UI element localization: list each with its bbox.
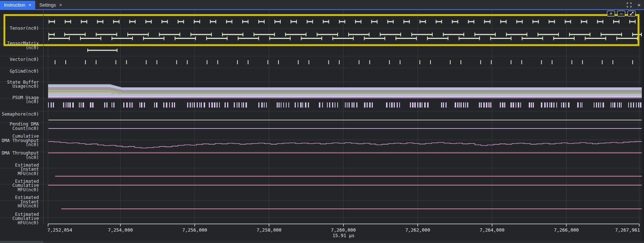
zoom-fit-button[interactable] [627, 11, 636, 17]
tab-settings-label: Settings [39, 3, 56, 8]
row-separators [0, 10, 642, 218]
axis-tick-label: 7,267,961 [615, 227, 640, 233]
axis-tick-label: 7,258,000 [256, 227, 281, 233]
row-label-cumulative-dma-throughput-nc0[interactable]: Cumulative DMA Throughput (nc0) [0, 132, 41, 149]
tab-close-icon[interactable]: × [29, 3, 32, 7]
tab-bar: Instruction × Settings × × [0, 1, 644, 9]
track-estimated-instant-hfu-nc0 [48, 185, 642, 186]
track-pending-dma-count-nc0 [48, 120, 642, 120]
label-column-divider [43, 10, 44, 224]
track-estimated-cumulative-hfu-nc0 [61, 208, 642, 209]
scrollbar-thumb[interactable] [0, 241, 43, 243]
axis-tick-label: 7,252,054 [47, 227, 72, 233]
track-gpsimd-nc0 [55, 60, 633, 64]
axis-tick-label: 7,260,000 [331, 227, 356, 233]
gridlines [43, 10, 640, 224]
track-semaphore-nc0 [48, 102, 641, 108]
maximize-icon[interactable] [626, 2, 632, 8]
window-close-icon[interactable]: × [636, 2, 642, 8]
track-dma-throughput-nc0 [48, 142, 642, 148]
tab-close-icon[interactable]: × [59, 3, 62, 7]
axis-tick-label: 7,264,000 [480, 227, 505, 233]
axis-tick-label: 7,254,000 [108, 227, 133, 233]
duration-label: 15.91 µs [307, 233, 380, 238]
row-label-tensor-nc0[interactable]: Tensor(nc0) [0, 19, 41, 38]
tab-instruction[interactable]: Instruction × [0, 1, 35, 9]
horizontal-scrollbar[interactable] [0, 241, 644, 243]
tab-instruction-label: Instruction [4, 3, 25, 8]
row-label-semaphore-nc0[interactable]: Semaphore(nc0) [0, 108, 41, 121]
track-cumulative-dma-throughput-nc0 [48, 128, 642, 129]
window-controls: × [626, 1, 642, 9]
selection-highlight-box [4, 15, 638, 45]
axis-tick-label: 7,266,000 [554, 227, 579, 233]
row-label-vector-nc0[interactable]: Vector(nc0) [0, 54, 41, 66]
profiler-window: Instruction × Settings × × 7,252,0547,25… [0, 0, 644, 243]
zoom-in-button[interactable]: + [607, 11, 615, 17]
axis-tick-label: 7,262,000 [405, 227, 430, 233]
row-label-estimated-instant-hfu-nc0[interactable]: Estimated Instant HFU(nc0) [0, 194, 41, 210]
row-label-pending-dma-count-nc0[interactable]: Pending DMA Count(nc0) [0, 121, 41, 132]
row-label-tensormatrix-nc0[interactable]: TensorMatrix (nc0) [0, 38, 41, 54]
track-psum-usage-nc0 [48, 84, 642, 98]
track-estimated-cumulative-mfu-nc0 [55, 176, 642, 177]
row-label-state-buffer-usage-nc0[interactable]: State Buffer Usage(nc0) [0, 77, 41, 91]
timeline-chart: 7,252,0547,254,0007,256,0007,258,0007,26… [0, 10, 644, 243]
zoom-controls: + − [607, 11, 636, 17]
track-tensormatrix-nc0 [48, 33, 642, 40]
row-label-gpsimd-nc0[interactable]: GpSimd(nc0) [0, 66, 41, 77]
row-label-psum-usage-nc0[interactable]: PSUM Usage (nc0) [0, 91, 41, 108]
time-axis: 7,252,0547,254,0007,256,0007,258,0007,26… [47, 224, 640, 233]
row-label-dma-throughput-nc0[interactable]: DMA Throughput (nc0) [0, 149, 41, 162]
tab-settings[interactable]: Settings × [35, 1, 66, 9]
track-vector-nc0 [87, 49, 117, 52]
zoom-out-button[interactable]: − [617, 11, 625, 17]
track-estimated-instant-mfu-nc0 [48, 153, 642, 153]
row-label-estimated-instant-mfu-nc0[interactable]: Estimated Instant MFU(nc0) [0, 162, 41, 178]
timeline-plot[interactable]: 7,252,0547,254,0007,256,0007,258,0007,26… [0, 10, 644, 243]
row-label-estimated-cumulative-mfu-nc0[interactable]: Estimated Cumulative MFU(nc0) [0, 178, 41, 194]
track-tensor-nc0 [49, 20, 636, 23]
axis-tick-label: 7,256,000 [182, 227, 207, 233]
row-label-estimated-cumulative-hfu-nc0[interactable]: Estimated Cumulative HFU(nc0) [0, 210, 41, 227]
